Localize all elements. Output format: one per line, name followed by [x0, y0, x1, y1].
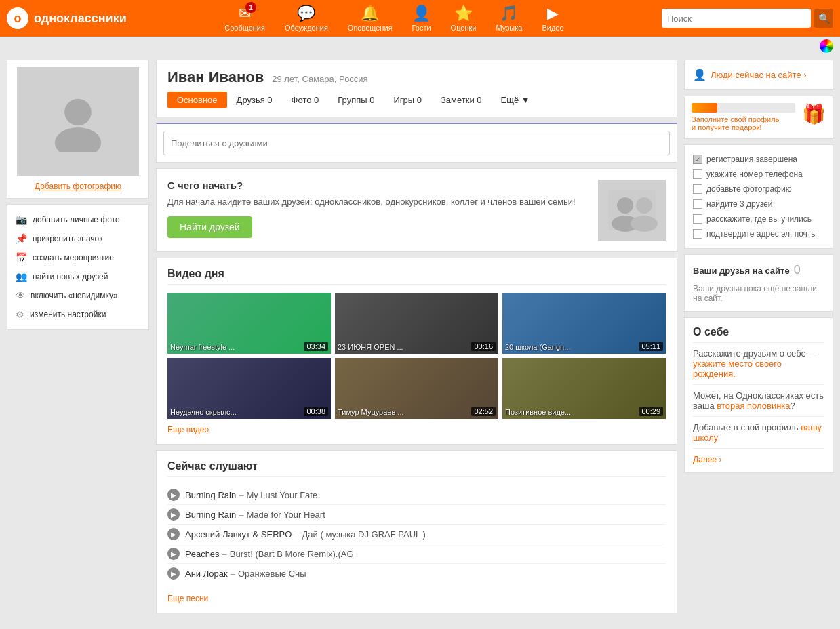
checklist-item-4[interactable]: расскажите, где вы учились: [693, 211, 824, 226]
find-friends-button[interactable]: Найти друзей: [167, 216, 252, 238]
checklist-label-5: подтвердите адрес эл. почты: [706, 229, 817, 239]
logo[interactable]: о одноклассники: [7, 7, 127, 29]
menu-settings[interactable]: ⚙ изменить настройки: [7, 305, 148, 324]
play-icon-4: ▶: [167, 567, 180, 580]
video-duration-5: 02:52: [471, 407, 496, 416]
more-songs-link[interactable]: Еще песни: [167, 594, 208, 603]
logo-icon: о: [7, 7, 28, 29]
video-thumb-1[interactable]: 03:34 Neymar freestyle ...: [167, 293, 331, 354]
menu-create-event[interactable]: 📅 создать мероприятие: [7, 248, 148, 267]
more-video-link[interactable]: Еще видео: [167, 425, 209, 434]
checklist-item-2[interactable]: добавьте фотографию: [693, 182, 824, 197]
about-title: О себе: [693, 326, 824, 343]
music-artist-1: Burning Rain: [185, 510, 236, 520]
svg-point-6: [631, 216, 658, 232]
music-text-4: Ани Лорак–Оранжевые Сны: [185, 569, 306, 579]
music-sep-4: –: [231, 569, 235, 579]
video-duration-3: 05:11: [639, 342, 663, 351]
nav-notifications[interactable]: 🔔 Оповещения: [340, 2, 401, 35]
tab-games[interactable]: Игры 0: [384, 92, 431, 108]
menu-invisible-label: включить «невидимку»: [31, 291, 118, 300]
menu-pin-badge[interactable]: 📌 прикрепить значок: [7, 229, 148, 248]
nav-discussions-label: Обсуждения: [285, 24, 328, 32]
nav-discussions[interactable]: 💬 Обсуждения: [277, 2, 336, 35]
tab-groups[interactable]: Группы 0: [328, 92, 384, 108]
play-icon-2: ▶: [167, 528, 180, 540]
checklist-item-5[interactable]: подтвердите адрес эл. почты: [693, 226, 824, 241]
menu-add-photo[interactable]: 📷 добавить личные фото: [7, 210, 148, 229]
guests-icon: 👤: [412, 5, 431, 22]
tab-friends[interactable]: Друзья 0: [227, 92, 282, 108]
nav-ratings[interactable]: ⭐ Оценки: [443, 2, 485, 35]
music-item-2[interactable]: ▶ Арсений Лавкут & SERPO–Дай ( музыка DJ…: [167, 525, 666, 544]
right-sidebar: 👤 Люди сейчас на сайте › Заполните свой …: [684, 60, 833, 619]
progress-bar-fill: [692, 103, 717, 113]
tab-notes[interactable]: Заметки 0: [431, 92, 492, 108]
video-thumb-2[interactable]: 00:16 23 ИЮНЯ OPEN ...: [335, 293, 498, 354]
nav-guests-label: Гости: [412, 24, 431, 32]
tab-main[interactable]: Основное: [167, 92, 227, 108]
video-duration-6: 00:29: [639, 407, 663, 416]
nav-items: ✉ 1 Сообщения 💬 Обсуждения 🔔 Оповещения …: [140, 2, 648, 35]
video-thumb-3[interactable]: 05:11 20 школа (Gangn...: [502, 293, 666, 354]
video-label-6: Позитивное виде...: [505, 408, 571, 416]
tab-photos[interactable]: Фото 0: [282, 92, 329, 108]
video-thumb-6[interactable]: 00:29 Позитивное виде...: [502, 358, 666, 419]
add-photo-link[interactable]: Добавить фотографию: [35, 182, 121, 191]
music-item-1[interactable]: ▶ Burning Rain–Made for Your Heart: [167, 505, 666, 525]
about-text-2: Может, на Одноклассниках есть ваша втора…: [693, 390, 824, 411]
start-box: С чего начать? Для начала найдите ваших …: [156, 168, 677, 252]
search-input[interactable]: [662, 9, 811, 28]
music-item-3[interactable]: ▶ Peaches–Burst! (Bart B More Remix).(AG: [167, 544, 666, 564]
about-partner-link[interactable]: вторая половинка: [717, 401, 790, 411]
music-artist-4: Ани Лорак: [185, 569, 228, 579]
nav-messages[interactable]: ✉ 1 Сообщения: [216, 2, 273, 35]
svg-point-3: [617, 197, 633, 214]
checklist-label-4: расскажите, где вы учились: [706, 214, 812, 224]
profile-photo-box: Добавить фотографию: [7, 60, 149, 199]
checklist-label-1: укажите номер телефона: [706, 169, 803, 179]
color-wheel[interactable]: [820, 39, 833, 53]
tab-more[interactable]: Ещё ▼: [492, 92, 540, 108]
menu-find-friends[interactable]: 👥 найти новых друзей: [7, 267, 148, 286]
settings-icon: ⚙: [16, 309, 24, 320]
online-link[interactable]: Люди сейчас на сайте ›: [711, 70, 807, 80]
play-icon-3: ▶: [167, 548, 180, 560]
checklist-label-0: регистрация завершена: [706, 155, 797, 164]
video-label-3: 20 школа (Gangn...: [505, 343, 570, 351]
online-panel: 👤 Люди сейчас на сайте ›: [684, 60, 833, 90]
about-panel: О себе Расскажите друзьям о себе — укажи…: [684, 317, 833, 473]
nav-guests[interactable]: 👤 Гости: [404, 2, 439, 35]
about-birthplace-link[interactable]: укажите место своего рождения.: [693, 359, 782, 379]
post-box: [156, 123, 677, 163]
nav-music[interactable]: 🎵 Музыка: [487, 2, 530, 35]
about-text-3: Добавьте в свой профиль вашу школу: [693, 422, 824, 443]
music-item-4[interactable]: ▶ Ани Лорак–Оранжевые Сны: [167, 564, 666, 583]
checklist-item-1[interactable]: укажите номер телефона: [693, 167, 824, 182]
nav-video-label: Видео: [542, 24, 563, 32]
start-title: С чего начать?: [167, 180, 587, 191]
friends-count-num: 0: [794, 263, 801, 277]
music-artist-0: Burning Rain: [185, 490, 236, 500]
menu-event-label: создать мероприятие: [33, 253, 114, 262]
top-right-area: [0, 37, 840, 53]
nav-video[interactable]: ▶ Видео: [534, 2, 572, 35]
friends-icon: 👥: [16, 271, 27, 282]
gift-icon: 🎁: [802, 103, 826, 131]
video-thumb-5[interactable]: 02:52 Тимур Муцураев ...: [335, 358, 498, 419]
progress-bar-bg: [692, 103, 795, 113]
music-sep-1: –: [239, 510, 243, 520]
music-section: Сейчас слушают ▶ Burning Rain–My Lust Yo…: [156, 450, 677, 613]
video-thumb-4[interactable]: 00:38 Неудачно скрылс...: [167, 358, 331, 419]
check-box-5: [693, 229, 702, 239]
avatar: [17, 67, 139, 176]
music-sep-0: –: [239, 490, 243, 500]
menu-invisible[interactable]: 👁 включить «невидимку»: [7, 286, 148, 305]
music-item-0[interactable]: ▶ Burning Rain–My Lust Your Fate: [167, 485, 666, 505]
search-button[interactable]: 🔍: [814, 9, 833, 28]
music-sep-3: –: [222, 549, 227, 559]
post-input[interactable]: [163, 131, 670, 155]
about-more-link[interactable]: Далее ›: [693, 455, 721, 464]
checklist-item-3[interactable]: найдите 3 друзей: [693, 197, 824, 211]
content-area: Добавить фотографию 📷 добавить личные фо…: [0, 53, 840, 626]
